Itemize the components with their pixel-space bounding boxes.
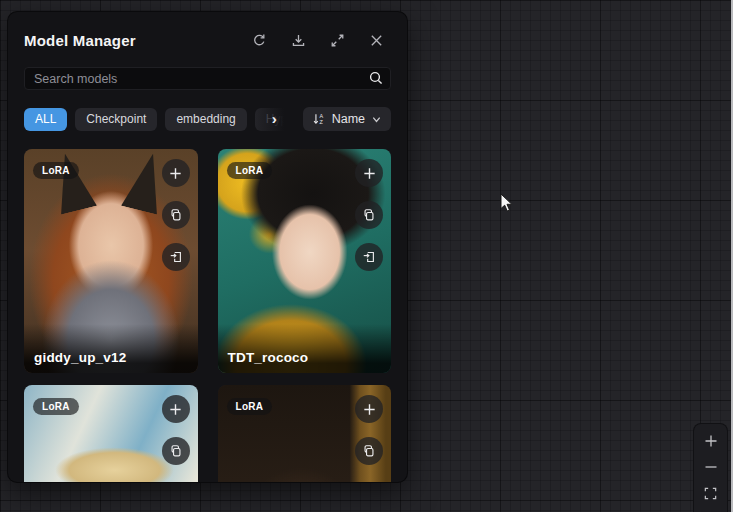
card-actions [162, 159, 190, 271]
fit-view-icon [703, 486, 718, 501]
model-type-badge: LoRA [227, 162, 273, 179]
sort-label: Name [332, 112, 365, 126]
model-manager-panel: Model Manager [8, 12, 407, 482]
plus-icon [362, 402, 377, 417]
filter-row: ALL Checkpoint embedding Hype › A Z Name [24, 107, 391, 131]
sort-dropdown[interactable]: A Z Name [303, 107, 391, 131]
model-card-grid: LoRA giddy_up_v12 [24, 149, 391, 482]
import-model-button[interactable] [355, 243, 383, 271]
model-type-badge: LoRA [33, 162, 79, 179]
toolbar-extra-button[interactable] [697, 506, 725, 512]
zoom-out-button[interactable] [697, 454, 725, 480]
canvas-zoom-toolbar [694, 424, 727, 512]
refresh-button[interactable] [250, 31, 268, 49]
chevron-down-icon [371, 114, 382, 125]
filter-chip-embedding[interactable]: embedding [165, 108, 246, 131]
add-model-button[interactable] [355, 395, 383, 423]
svg-text:A: A [319, 113, 323, 119]
filter-chip-checkpoint[interactable]: Checkpoint [75, 108, 157, 131]
panel-header: Model Manager [24, 28, 391, 52]
filter-chip-all[interactable]: ALL [24, 108, 67, 131]
add-model-button[interactable] [162, 395, 190, 423]
copy-model-button[interactable] [355, 201, 383, 229]
add-model-button[interactable] [162, 159, 190, 187]
download-icon [291, 33, 306, 48]
model-name: TDT_rococo [218, 324, 392, 373]
copy-icon [362, 444, 376, 458]
model-card[interactable]: LoRA TDT_rococo [218, 149, 392, 373]
plus-icon [703, 433, 719, 449]
copy-model-button[interactable] [162, 201, 190, 229]
panel-header-actions [250, 31, 391, 49]
copy-model-button[interactable] [162, 437, 190, 465]
import-icon [362, 250, 376, 264]
model-card[interactable]: LoRA giddy_up_v12 [24, 149, 198, 373]
copy-icon [169, 208, 183, 222]
import-icon [169, 250, 183, 264]
mouse-cursor [500, 193, 515, 214]
copy-icon [362, 208, 376, 222]
zoom-in-button[interactable] [697, 428, 725, 454]
chips-scroll-right-indicator[interactable]: › [272, 109, 277, 129]
workflow-canvas[interactable]: { "panel": { "title": "Model Manager", "… [0, 0, 733, 512]
model-type-badge: LoRA [227, 398, 273, 415]
panel-title: Model Manager [24, 32, 136, 49]
card-actions [355, 395, 383, 465]
copy-icon [169, 444, 183, 458]
filter-chips-scroller[interactable]: ALL Checkpoint embedding Hype › [24, 107, 295, 131]
search-icon [368, 70, 384, 86]
sort-icon: A Z [312, 112, 326, 126]
plus-icon [168, 166, 183, 181]
refresh-icon [252, 33, 267, 48]
maximize-button[interactable] [328, 31, 346, 49]
model-type-badge: LoRA [33, 398, 79, 415]
plus-icon [168, 402, 183, 417]
copy-model-button[interactable] [355, 437, 383, 465]
search-bar [24, 67, 391, 90]
model-card[interactable]: LoRA [24, 385, 198, 482]
close-button[interactable] [367, 31, 385, 49]
minus-icon [703, 459, 719, 475]
search-input[interactable] [24, 67, 391, 90]
download-button[interactable] [289, 31, 307, 49]
add-model-button[interactable] [355, 159, 383, 187]
import-model-button[interactable] [162, 243, 190, 271]
fit-view-button[interactable] [697, 480, 725, 506]
model-card[interactable]: LoRA [218, 385, 392, 482]
card-actions [355, 159, 383, 271]
close-icon [369, 33, 384, 48]
card-actions [162, 395, 190, 465]
maximize-icon [330, 33, 345, 48]
model-name: giddy_up_v12 [24, 324, 198, 373]
plus-icon [362, 166, 377, 181]
svg-text:Z: Z [319, 119, 323, 125]
thumbnail-detail [44, 149, 101, 215]
